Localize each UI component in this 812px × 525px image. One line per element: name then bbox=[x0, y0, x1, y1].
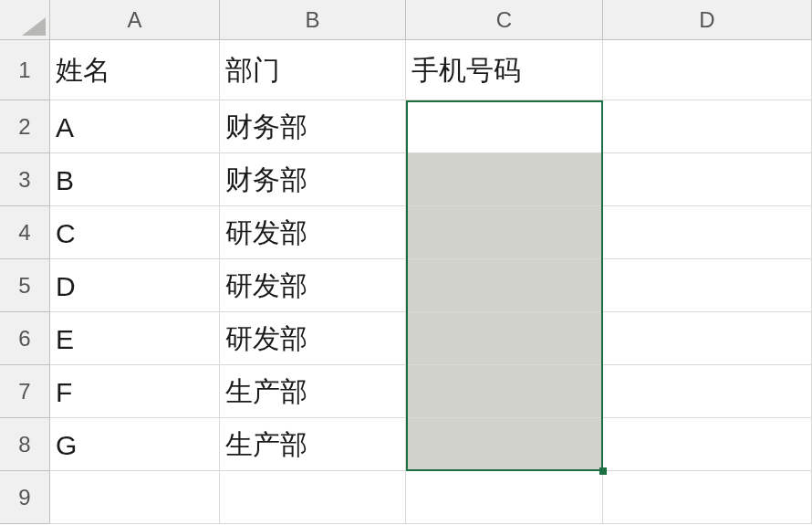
row-header-2[interactable]: 2 bbox=[0, 100, 50, 153]
row-header-6[interactable]: 6 bbox=[0, 312, 50, 365]
cell-C7[interactable] bbox=[406, 365, 603, 418]
col-header-D[interactable]: D bbox=[603, 0, 812, 40]
select-all-corner[interactable] bbox=[0, 0, 50, 40]
col-header-C[interactable]: C bbox=[406, 0, 603, 40]
row-header-4[interactable]: 4 bbox=[0, 206, 50, 259]
cell-C3[interactable] bbox=[406, 153, 603, 206]
cell-D7[interactable] bbox=[603, 365, 812, 418]
cell-B5[interactable]: 研发部 bbox=[220, 259, 406, 312]
row-header-3[interactable]: 3 bbox=[0, 153, 50, 206]
cell-B6[interactable]: 研发部 bbox=[220, 312, 406, 365]
spreadsheet-grid[interactable]: A B C D 1 姓名 部门 手机号码 2 A 财务部 3 B 财务部 4 C… bbox=[0, 0, 812, 524]
cell-C4[interactable] bbox=[406, 206, 603, 259]
cell-A8[interactable]: G bbox=[50, 418, 220, 471]
cell-D2[interactable] bbox=[603, 100, 812, 153]
cell-C5[interactable] bbox=[406, 259, 603, 312]
cell-A2[interactable]: A bbox=[50, 100, 220, 153]
row-header-8[interactable]: 8 bbox=[0, 418, 50, 471]
cell-A6[interactable]: E bbox=[50, 312, 220, 365]
cell-C1[interactable]: 手机号码 bbox=[406, 40, 603, 100]
cell-A4[interactable]: C bbox=[50, 206, 220, 259]
cell-C8[interactable] bbox=[406, 418, 603, 471]
cell-A1[interactable]: 姓名 bbox=[50, 40, 220, 100]
cell-C2[interactable] bbox=[406, 100, 603, 153]
cell-B4[interactable]: 研发部 bbox=[220, 206, 406, 259]
cell-D5[interactable] bbox=[603, 259, 812, 312]
row-header-9[interactable]: 9 bbox=[0, 471, 50, 524]
row-header-7[interactable]: 7 bbox=[0, 365, 50, 418]
cell-D8[interactable] bbox=[603, 418, 812, 471]
cell-B1[interactable]: 部门 bbox=[220, 40, 406, 100]
cell-D1[interactable] bbox=[603, 40, 812, 100]
cell-A3[interactable]: B bbox=[50, 153, 220, 206]
cell-C9[interactable] bbox=[406, 471, 603, 524]
cell-B7[interactable]: 生产部 bbox=[220, 365, 406, 418]
cell-D9[interactable] bbox=[603, 471, 812, 524]
cell-A5[interactable]: D bbox=[50, 259, 220, 312]
cell-D3[interactable] bbox=[603, 153, 812, 206]
col-header-B[interactable]: B bbox=[220, 0, 406, 40]
cell-B9[interactable] bbox=[220, 471, 406, 524]
cell-A9[interactable] bbox=[50, 471, 220, 524]
row-header-1[interactable]: 1 bbox=[0, 40, 50, 100]
cell-B3[interactable]: 财务部 bbox=[220, 153, 406, 206]
cell-D6[interactable] bbox=[603, 312, 812, 365]
cell-B8[interactable]: 生产部 bbox=[220, 418, 406, 471]
cell-D4[interactable] bbox=[603, 206, 812, 259]
row-header-5[interactable]: 5 bbox=[0, 259, 50, 312]
cell-C6[interactable] bbox=[406, 312, 603, 365]
col-header-A[interactable]: A bbox=[50, 0, 220, 40]
cell-B2[interactable]: 财务部 bbox=[220, 100, 406, 153]
cell-A7[interactable]: F bbox=[50, 365, 220, 418]
